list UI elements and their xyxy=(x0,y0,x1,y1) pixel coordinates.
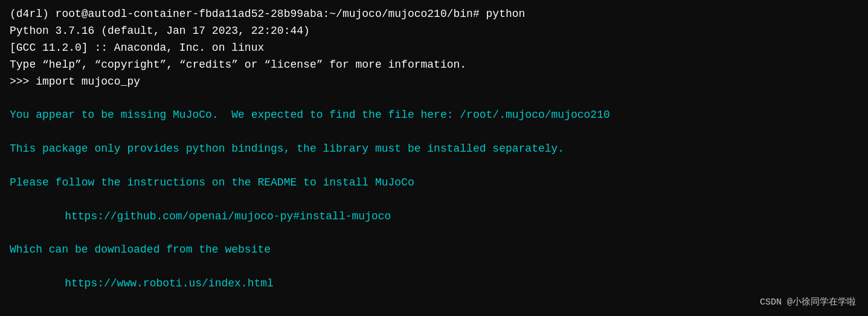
watermark: CSDN @小徐同学在学啦 xyxy=(760,296,856,308)
terminal-line-9 xyxy=(10,158,858,175)
terminal-line-7 xyxy=(10,124,858,141)
terminal-window: (d4rl) root@autodl-container-fbda11ad52-… xyxy=(0,0,868,316)
terminal-line-5 xyxy=(10,90,858,107)
terminal-line-8: This package only provides python bindin… xyxy=(10,141,858,158)
terminal-line-11 xyxy=(10,192,858,208)
terminal-line-0: (d4rl) root@autodl-container-fbda11ad52-… xyxy=(10,6,858,23)
terminal-line-6: You appear to be missing MuJoCo. We expe… xyxy=(10,107,858,124)
terminal-line-1: Python 3.7.16 (default, Jan 17 2023, 22:… xyxy=(10,23,858,40)
terminal-line-15 xyxy=(10,259,858,276)
terminal-line-13 xyxy=(10,225,858,242)
terminal-line-2: [GCC 11.2.0] :: Anaconda, Inc. on linux xyxy=(10,40,858,57)
terminal-line-16: https://www.roboti.us/index.html xyxy=(39,276,858,292)
terminal-line-14: Which can be downloaded from the website xyxy=(10,242,858,259)
terminal-line-4: >>> import mujoco_py xyxy=(10,74,858,91)
terminal-line-3: Type “help”, “copyright”, “credits” or “… xyxy=(10,57,858,74)
terminal-output: (d4rl) root@autodl-container-fbda11ad52-… xyxy=(10,6,858,292)
terminal-line-10: Please follow the instructions on the RE… xyxy=(10,175,858,192)
terminal-line-12: https://github.com/openai/mujoco-py#inst… xyxy=(39,208,858,225)
